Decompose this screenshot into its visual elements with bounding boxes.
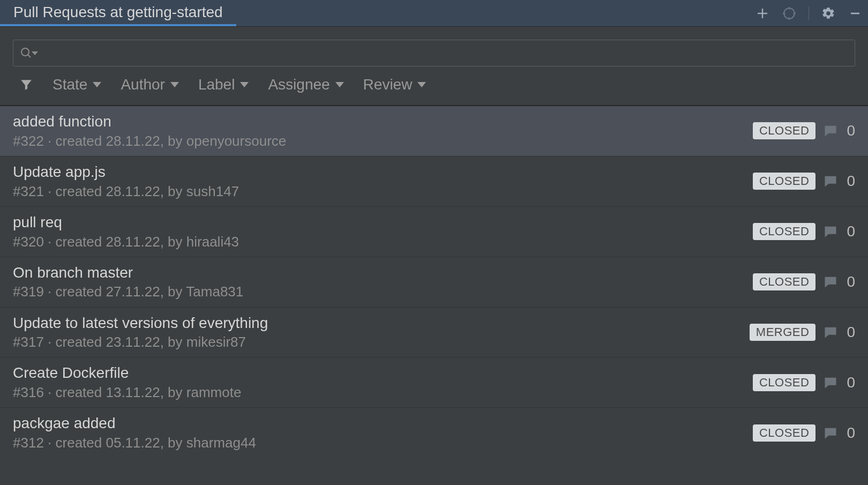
filter-assignee[interactable]: Assignee: [268, 76, 343, 93]
chevron-down-icon: [417, 82, 426, 87]
chevron-down-icon: [335, 82, 344, 87]
titlebar: Pull Requests at getting-started: [0, 0, 868, 27]
comment-count: 0: [847, 424, 855, 442]
comment-icon: [823, 224, 838, 239]
pr-subtitle: #322 · created 28.11.22, by openyoursour…: [13, 132, 753, 151]
pr-row-main: On branch master #319 · created 27.11.22…: [13, 263, 753, 302]
status-badge: CLOSED: [753, 424, 815, 442]
comment-count: 0: [847, 173, 855, 190]
chevron-down-icon: [170, 82, 179, 87]
svg-marker-10: [32, 51, 38, 55]
pr-row[interactable]: On branch master #319 · created 27.11.22…: [0, 257, 868, 307]
search-input[interactable]: [13, 40, 855, 66]
pr-row-right: CLOSED 0: [753, 424, 855, 442]
pr-row[interactable]: Create Dockerfile #316 · created 13.11.2…: [0, 357, 868, 407]
filter-state[interactable]: State: [53, 76, 101, 93]
comment-count: 0: [847, 223, 855, 240]
chevron-down-icon: [240, 82, 249, 87]
pr-row[interactable]: added function #322 · created 28.11.22, …: [0, 106, 868, 156]
pr-title: Update app.js: [13, 162, 753, 182]
status-badge: MERGED: [750, 324, 816, 341]
status-badge: CLOSED: [753, 273, 815, 290]
gear-icon[interactable]: [821, 6, 836, 21]
pr-row-right: CLOSED 0: [753, 273, 855, 290]
title-actions: [755, 6, 863, 21]
plus-icon[interactable]: [755, 6, 770, 21]
pr-subtitle: #317 · created 23.11.22, by mikesir87: [13, 333, 750, 352]
filter-label: Author: [121, 76, 165, 93]
comment-icon: [823, 274, 838, 289]
pr-title: Create Dockerfile: [13, 363, 753, 383]
pr-row-main: Create Dockerfile #316 · created 13.11.2…: [13, 363, 753, 402]
filter-label: State: [53, 76, 87, 93]
filter-label: Assignee: [268, 76, 330, 93]
pr-subtitle: #316 · created 13.11.22, by rammote: [13, 383, 753, 402]
filter-label: Review: [363, 76, 413, 93]
comment-count: 0: [847, 122, 855, 139]
filter-label: Label: [198, 76, 235, 93]
pr-title: pull req: [13, 212, 753, 233]
pr-row-main: added function #322 · created 28.11.22, …: [13, 111, 753, 151]
pr-subtitle: #320 · created 28.11.22, by hiraali43: [13, 233, 753, 251]
pr-row-right: CLOSED 0: [753, 173, 855, 190]
pr-title: Update to latest versions of everything: [13, 313, 750, 333]
filter-review[interactable]: Review: [363, 76, 426, 93]
pr-row[interactable]: Update to latest versions of everything …: [0, 307, 868, 357]
comment-count: 0: [847, 324, 855, 341]
pr-row[interactable]: Update app.js #321 · created 28.11.22, b…: [0, 156, 868, 206]
svg-point-8: [21, 48, 29, 56]
title-tab[interactable]: Pull Requests at getting-started: [0, 0, 236, 26]
search-container: [0, 27, 868, 76]
pr-row-main: pull req #320 · created 28.11.22, by hir…: [13, 212, 753, 251]
pr-subtitle: #312 · created 05.11.22, by sharmag44: [13, 434, 753, 452]
pr-title: packgae added: [13, 413, 753, 434]
pr-row-right: CLOSED 0: [753, 374, 855, 391]
chevron-down-icon[interactable]: [32, 50, 38, 56]
comment-icon: [823, 325, 838, 340]
pr-row[interactable]: packgae added #312 · created 05.11.22, b…: [0, 407, 868, 458]
minimize-icon[interactable]: [848, 6, 863, 21]
filter-bar: State Author Label Assignee Review: [0, 76, 868, 106]
comment-icon: [823, 123, 838, 138]
svg-point-2: [784, 8, 795, 19]
crosshair-icon[interactable]: [782, 6, 797, 21]
status-badge: CLOSED: [753, 122, 815, 139]
pr-row[interactable]: pull req #320 · created 28.11.22, by hir…: [0, 206, 868, 257]
comment-icon: [823, 174, 838, 189]
pr-row-main: Update app.js #321 · created 28.11.22, b…: [13, 162, 753, 201]
filter-author[interactable]: Author: [121, 76, 179, 93]
pr-title: added function: [13, 111, 753, 132]
search-field[interactable]: [42, 46, 848, 61]
pr-title: On branch master: [13, 263, 753, 283]
status-badge: CLOSED: [753, 173, 815, 190]
status-badge: CLOSED: [753, 223, 815, 240]
page-title: Pull Requests at getting-started: [13, 4, 223, 21]
pr-row-main: Update to latest versions of everything …: [13, 313, 750, 352]
filter-icon[interactable]: [19, 78, 33, 92]
pr-row-right: CLOSED 0: [753, 122, 855, 139]
search-icon: [20, 47, 33, 59]
comment-count: 0: [847, 273, 855, 290]
comment-icon: [823, 375, 838, 390]
pr-subtitle: #321 · created 28.11.22, by sush147: [13, 182, 753, 201]
status-badge: CLOSED: [753, 374, 815, 391]
pr-list: added function #322 · created 28.11.22, …: [0, 106, 868, 458]
filter-label[interactable]: Label: [198, 76, 249, 93]
pr-row-main: packgae added #312 · created 05.11.22, b…: [13, 413, 753, 452]
comment-count: 0: [847, 374, 855, 391]
svg-line-9: [28, 55, 31, 57]
chevron-down-icon: [93, 82, 101, 87]
pr-subtitle: #319 · created 27.11.22, by Tama831: [13, 282, 753, 301]
divider: [809, 6, 809, 20]
pr-row-right: MERGED 0: [750, 324, 855, 341]
comment-icon: [823, 426, 838, 441]
pr-row-right: CLOSED 0: [753, 223, 855, 240]
